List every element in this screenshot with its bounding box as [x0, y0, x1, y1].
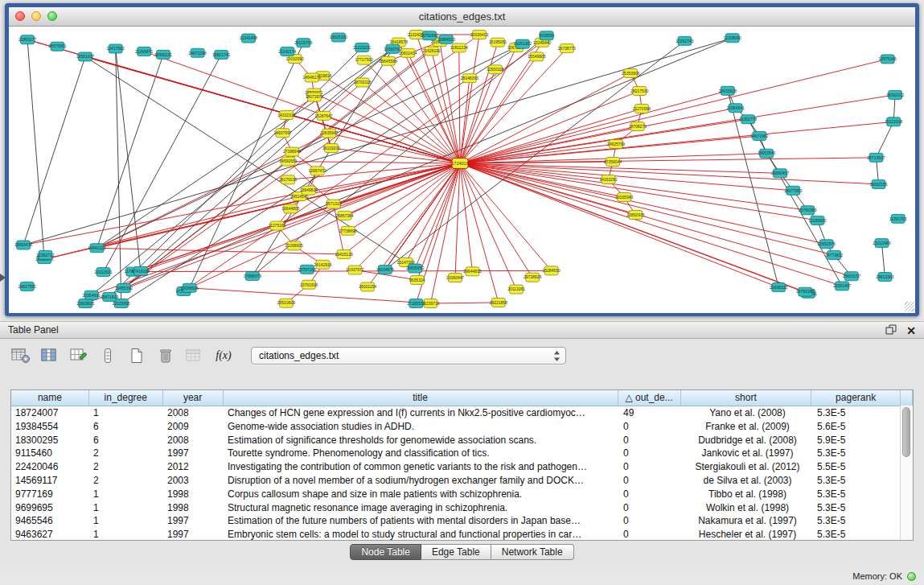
table-row[interactable]: 1456911722003Disruption of a novel membe… — [11, 474, 913, 488]
svg-text:14937597: 14937597 — [273, 130, 291, 135]
table-row[interactable]: 969969511998Structural magnetic resonanc… — [11, 501, 913, 515]
column-header-name[interactable]: name — [11, 390, 89, 406]
table-row[interactable]: 1872400712008Changes of HCN gene express… — [11, 406, 913, 420]
minimize-button[interactable] — [31, 11, 41, 21]
scrollbar-thumb[interactable] — [902, 407, 910, 457]
table-cell: 5.3E-5 — [813, 488, 902, 501]
table-row[interactable]: 977716911998Corpus callosum shape and si… — [11, 488, 913, 501]
svg-text:20354691: 20354691 — [83, 293, 101, 298]
tab-edge-table[interactable]: Edge Table — [421, 544, 491, 560]
table-cell: Jankovic et al. (1997) — [682, 447, 813, 460]
column-header-year[interactable]: year — [163, 390, 224, 406]
svg-text:20113261: 20113261 — [507, 286, 525, 291]
table-row[interactable]: 2242004622012Investigating the contribut… — [11, 460, 913, 474]
resize-grip[interactable] — [905, 302, 914, 311]
svg-text:11391703: 11391703 — [889, 216, 907, 221]
table-cell: 5.3E-5 — [813, 474, 902, 488]
row-mode-button[interactable] — [95, 344, 121, 367]
table-row[interactable]: 1938455462009Genome-wide association stu… — [11, 420, 913, 434]
svg-text:21296871: 21296871 — [135, 49, 153, 54]
svg-text:10035949: 10035949 — [615, 195, 633, 200]
svg-text:24872298: 24872298 — [189, 51, 207, 56]
table-cell: Genome-wide association studies in ADHD. — [224, 420, 619, 434]
svg-text:26835952: 26835952 — [406, 266, 424, 270]
float-panel-icon[interactable] — [885, 323, 897, 338]
table-cell: 0 — [619, 528, 682, 541]
table-panel-body: f(x) citations_edges.txt namein_degreeye… — [0, 339, 924, 567]
close-button[interactable] — [15, 11, 25, 21]
panel-collapse-arrow[interactable] — [0, 274, 6, 282]
network-canvas[interactable]: 1528456029728929201132612822185829944835… — [9, 27, 915, 313]
svg-text:25510609: 25510609 — [277, 300, 295, 305]
svg-text:22892935: 22892935 — [626, 212, 644, 217]
svg-text:15284560: 15284560 — [542, 268, 560, 273]
svg-text:12185600: 12185600 — [808, 218, 826, 223]
table-cell: Investigating the contribution of common… — [224, 460, 619, 474]
column-header-out_de[interactable]: △ out_de... — [618, 390, 681, 406]
svg-text:20601434: 20601434 — [399, 51, 417, 56]
svg-text:27388944: 27388944 — [283, 149, 301, 154]
svg-text:27185533: 27185533 — [407, 301, 425, 306]
table-cell: 49 — [619, 406, 682, 420]
svg-text:15549905: 15549905 — [528, 54, 545, 59]
table-scrollbar[interactable] — [900, 406, 913, 540]
svg-text:24592651: 24592651 — [279, 159, 297, 163]
svg-text:16644805: 16644805 — [281, 206, 299, 211]
svg-text:12657472: 12657472 — [308, 168, 326, 173]
table-row[interactable]: 911546021997Tourette syndrome. Phenomeno… — [11, 447, 913, 460]
table-cell: 1 — [89, 488, 163, 501]
tab-node-table[interactable]: Node Table — [350, 544, 421, 560]
table-row[interactable]: 1830029562008Estimation of significance … — [11, 434, 913, 447]
svg-text:9009596: 9009596 — [539, 33, 555, 38]
table-cell: 0 — [619, 514, 682, 528]
svg-text:28077953: 28077953 — [784, 188, 802, 193]
table-row[interactable]: 946554611997Estimation of the future num… — [11, 514, 913, 528]
svg-text:15821741: 15821741 — [212, 52, 230, 57]
table-settings-button[interactable] — [8, 344, 34, 367]
svg-text:26001154: 26001154 — [359, 284, 376, 289]
zoom-button[interactable] — [47, 11, 57, 21]
svg-text:13032990: 13032990 — [286, 56, 304, 61]
delete-table-button[interactable] — [153, 344, 179, 367]
table-cell: 1 — [89, 528, 163, 541]
import-table-button[interactable] — [182, 344, 207, 367]
column-header-in_degree[interactable]: in_degree — [89, 390, 163, 406]
svg-text:10811234: 10811234 — [450, 45, 468, 50]
svg-text:29944835: 29944835 — [463, 269, 481, 274]
combo-arrows-icon — [553, 350, 561, 365]
table-cell: 9777169 — [11, 488, 89, 501]
column-header-short[interactable]: short — [681, 390, 812, 406]
svg-text:10337972: 10337972 — [346, 267, 363, 272]
table-cell: 22420046 — [11, 460, 89, 474]
network-view[interactable]: 1528456029728929201132612822185829944835… — [9, 27, 915, 313]
table-cell: 2003 — [163, 474, 224, 488]
column-header-title[interactable]: title — [224, 390, 618, 406]
column-header-pagerank[interactable]: pagerank — [811, 390, 901, 406]
table-cell: 1 — [89, 406, 163, 420]
table-body: 1872400712008Changes of HCN gene express… — [11, 406, 913, 541]
svg-text:10561007: 10561007 — [76, 54, 94, 59]
svg-text:20026403: 20026403 — [470, 32, 488, 37]
svg-text:27358044: 27358044 — [604, 159, 622, 164]
table-row[interactable]: 946362711997Embryonic stem cells: a mode… — [11, 528, 913, 541]
svg-text:21215231: 21215231 — [353, 45, 371, 50]
column-header-filler — [901, 390, 913, 406]
table-selector[interactable]: citations_edges.txt — [251, 347, 566, 365]
svg-text:15195051: 15195051 — [489, 39, 507, 44]
svg-text:27738698: 27738698 — [339, 229, 357, 233]
svg-text:14671982: 14671982 — [750, 134, 768, 138]
table-cell: 1 — [89, 501, 163, 515]
svg-text:19455392: 19455392 — [115, 286, 133, 290]
function-builder-button[interactable]: f(x) — [211, 344, 236, 367]
svg-text:14332316: 14332316 — [277, 113, 295, 117]
svg-text:28713637: 28713637 — [867, 155, 885, 160]
tab-network-table[interactable]: Network Table — [491, 544, 574, 560]
new-document-button[interactable] — [124, 344, 150, 367]
show-columns-button[interactable] — [37, 344, 63, 367]
network-window-titlebar[interactable]: citations_edges.txt — [9, 7, 915, 27]
table-cell: 0 — [619, 501, 682, 515]
edit-table-button[interactable] — [66, 344, 92, 367]
svg-text:25857384: 25857384 — [335, 213, 353, 218]
close-panel-icon[interactable]: ✕ — [906, 325, 916, 336]
svg-text:18702118: 18702118 — [354, 80, 372, 84]
